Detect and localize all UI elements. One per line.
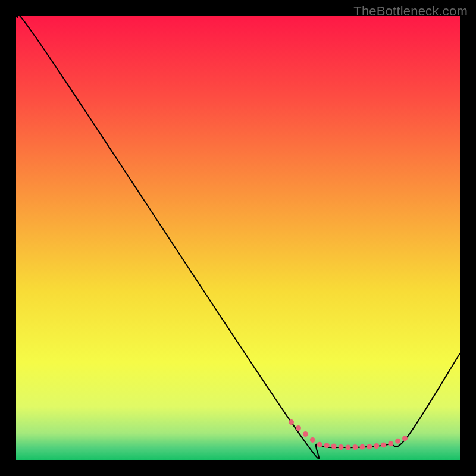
curve-marker [402, 436, 408, 441]
curve-marker [289, 419, 294, 425]
chart-svg [16, 16, 460, 460]
watermark-text: TheBottleneck.com [353, 4, 468, 19]
chart-background [16, 16, 460, 460]
curve-marker [324, 443, 330, 448]
curve-marker [374, 443, 379, 449]
curve-marker [381, 443, 386, 448]
chart-plot-area [16, 16, 460, 460]
curve-marker [346, 444, 351, 450]
curve-marker [359, 444, 365, 450]
curve-marker [310, 437, 315, 443]
curve-marker [388, 441, 393, 446]
curve-marker [331, 444, 337, 449]
curve-marker [339, 444, 344, 450]
curve-marker [296, 425, 301, 431]
curve-marker [317, 442, 322, 447]
curve-marker [352, 444, 358, 450]
curve-marker [395, 439, 400, 444]
curve-marker [303, 431, 308, 437]
curve-marker [367, 444, 372, 449]
